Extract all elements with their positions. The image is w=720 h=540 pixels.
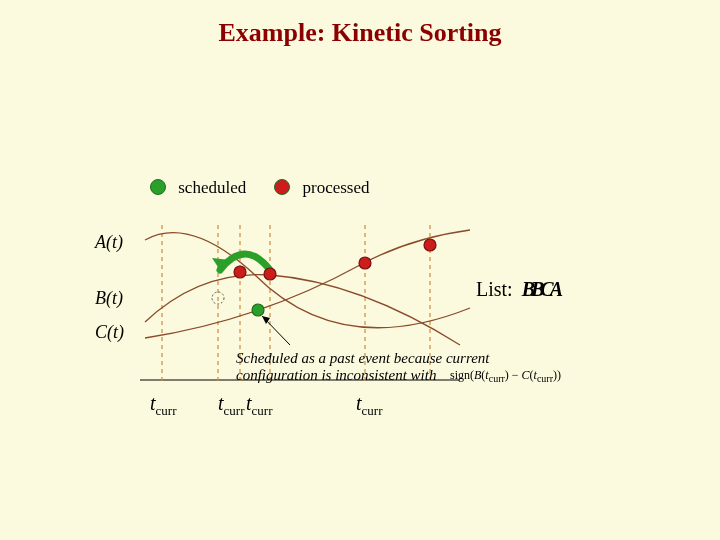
- t-label-4: tcurr: [356, 392, 383, 419]
- formula: sign(B(tcurr) − C(tcurr)): [450, 368, 561, 384]
- page-title: Example: Kinetic Sorting: [0, 18, 720, 48]
- legend: scheduled processed: [150, 178, 370, 198]
- list-display: List: BBCA: [476, 278, 559, 301]
- t-label-1: tcurr: [150, 392, 177, 419]
- dot-scheduled-icon: [150, 179, 166, 195]
- svg-point-13: [252, 304, 264, 316]
- svg-point-9: [234, 266, 246, 278]
- dot-processed-icon: [274, 179, 290, 195]
- svg-point-10: [264, 268, 276, 280]
- note-line-2: configuration is inconsistent with: [236, 367, 436, 383]
- legend-processed: processed: [274, 178, 369, 198]
- list-label: List:: [476, 278, 513, 300]
- t-label-3: tcurr: [246, 392, 273, 419]
- list-value: BBCA: [518, 278, 559, 300]
- legend-processed-label: processed: [302, 178, 369, 197]
- axis-label-B: B(t): [95, 288, 123, 309]
- svg-point-12: [424, 239, 436, 251]
- legend-scheduled-label: scheduled: [178, 178, 246, 197]
- note-line-1: Scheduled as a past event because curren…: [236, 350, 490, 366]
- t-label-2: tcurr: [218, 392, 245, 419]
- axis-label-A: A(t): [95, 232, 123, 253]
- slide: Example: Kinetic Sorting scheduled proce…: [0, 0, 720, 540]
- svg-point-11: [359, 257, 371, 269]
- axis-label-C: C(t): [95, 322, 124, 343]
- legend-scheduled: scheduled: [150, 178, 246, 198]
